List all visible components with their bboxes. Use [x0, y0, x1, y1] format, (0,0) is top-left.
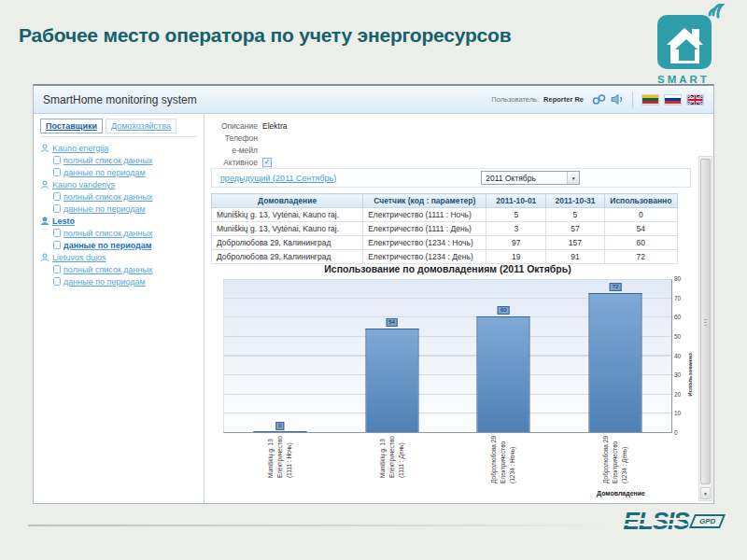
description-value: Elektra: [262, 121, 287, 131]
flag-uk[interactable]: [686, 94, 704, 105]
document-icon: [53, 241, 61, 249]
bar-group: 60 Добролюбова 29Електричество(1234 : Но…: [448, 280, 560, 432]
person-icon: [40, 253, 49, 262]
elsis-stripe: [621, 524, 688, 525]
footer-divider: [28, 525, 612, 526]
bar: [365, 329, 418, 432]
chart-title: Использование по домовладениям (2011 Окт…: [223, 263, 672, 274]
col-household: Домовладение: [212, 194, 363, 208]
sidebar-item-period-data[interactable]: данные по периодам: [53, 275, 197, 287]
document-icon: [53, 229, 61, 237]
period-select[interactable]: 2011 Октябрь ▼: [481, 171, 580, 185]
sidebar-item-period-data-selected[interactable]: данные по периодам: [53, 239, 197, 251]
app-header: SmartHome monitoring system Пользователь…: [34, 86, 713, 114]
bar-group: 72 Добролюбова 29Електричество(1234 : Де…: [559, 280, 671, 432]
slide: { "colors": { "brand_teal": "#15616d", "…: [0, 0, 747, 560]
scrollbar-grip: [704, 322, 707, 323]
x-axis-category-label: Добролюбова 29Електричество(1234 : День): [602, 436, 629, 483]
header-divider: [632, 92, 633, 107]
y-axis-title: Использованно: [687, 353, 693, 397]
x-axis-category-label: Добролюбова 29Електричество(1234 : Ночь): [490, 436, 517, 483]
active-checkbox[interactable]: ✓: [262, 158, 272, 167]
person-icon-selected: [40, 217, 49, 226]
x-axis-category-label: Muniškių g. 13Електричество(1111 : День): [378, 436, 405, 478]
table-row: Muniškių g. 13, Vytėnai, Kauno raj.Елект…: [212, 208, 678, 222]
table-row: Добролюбова 29, КалининградЕлектричество…: [212, 236, 678, 250]
table-header-row: Домовладение Счетчик (код : параметер) 2…: [212, 194, 678, 208]
user-name: Reporter Re: [543, 95, 584, 104]
sidebar-item-lesto[interactable]: Lesto: [40, 215, 197, 227]
x-axis-category-label: Muniškių g. 13Електричество(1111 : Ночь): [266, 436, 293, 478]
speaker-icon[interactable]: [611, 93, 624, 105]
document-icon: [53, 192, 61, 201]
app-title: SmartHome monitoring system: [43, 93, 197, 106]
sidebar-item-period-data[interactable]: данные по периодам: [53, 203, 197, 215]
description-label: Описание: [211, 121, 258, 131]
chart-plot-area: 0 Muniškių g. 13Електричество(1111 : Ноч…: [223, 279, 672, 433]
bar-group: 54 Muniškių g. 13Електричество(1111 : Де…: [336, 280, 448, 432]
smart-house-icon: [657, 4, 726, 69]
period-selector: предыдущий (2011 Сентябрь) 2011 Октябрь …: [211, 168, 691, 188]
document-icon: [53, 277, 61, 286]
sidebar-item-full-list[interactable]: полный список данных: [53, 263, 197, 275]
supplier-details: Описание Elektra Телефон е-мейл Активное…: [211, 120, 287, 169]
bar-value-label: 0: [275, 422, 284, 430]
elsis-stripe: [621, 518, 688, 520]
usage-chart: Использование по домовладениям (2011 Окт…: [205, 263, 697, 503]
page-title: Рабочее место оператора по учету энергор…: [19, 24, 511, 47]
sidebar: Поставщики Домохозяйства Kauno energija …: [34, 114, 204, 503]
supplier-tree: Kauno energija полный список данных данн…: [40, 142, 197, 287]
document-icon: [53, 168, 61, 176]
active-label: Активное: [211, 158, 258, 167]
phone-label: Телефон: [211, 133, 258, 143]
document-icon: [53, 204, 61, 213]
document-icon: [53, 156, 61, 164]
sidebar-item-full-list[interactable]: полный список данных: [53, 154, 197, 166]
sidebar-item-kauno-energija[interactable]: Kauno energija: [40, 142, 197, 154]
usage-table: Домовладение Счетчик (код : параметер) 2…: [211, 193, 678, 264]
key-icon[interactable]: [592, 93, 606, 105]
sidebar-tabs: Поставщики Домохозяйства: [40, 119, 197, 137]
bar-value-label: 72: [610, 283, 622, 291]
vertical-scrollbar[interactable]: ▼: [698, 156, 712, 501]
bar: [477, 316, 530, 432]
period-select-value: 2011 Октябрь: [486, 174, 536, 183]
app-window: SmartHome monitoring system Пользователь…: [33, 84, 714, 504]
elsis-suffix-badge: GPD: [689, 514, 726, 528]
y-axis-ticks: 01020304050607080: [674, 280, 688, 432]
col-used: Использованно: [604, 194, 677, 208]
bar: [589, 293, 642, 432]
bar: [253, 431, 306, 432]
person-icon: [40, 144, 49, 153]
sidebar-item-lietuvos-dujos[interactable]: Lietuvos dujos: [40, 251, 197, 263]
document-icon: [53, 265, 61, 273]
sidebar-item-full-list[interactable]: полный список данных: [53, 227, 197, 239]
flag-russia[interactable]: [664, 94, 682, 105]
elsis-logo: ELSIS GPD: [624, 509, 723, 533]
col-meter: Счетчик (код : параметер): [363, 194, 486, 208]
bar-value-label: 60: [498, 306, 510, 315]
person-icon: [40, 180, 49, 189]
table-row: Muniškių g. 13, Vytėnai, Kauno raj.Елект…: [212, 222, 678, 236]
sidebar-item-period-data[interactable]: данные по периодам: [53, 166, 197, 178]
table-row: Добролюбова 29, КалининградЕлектричество…: [212, 250, 678, 264]
sidebar-item-kauno-vandenys[interactable]: Kauno vandenys: [40, 178, 197, 190]
x-axis-title: Домовладение: [597, 490, 645, 497]
elsis-brand-text: ELSIS: [624, 509, 689, 533]
bar-value-label: 54: [386, 318, 398, 327]
previous-period-link[interactable]: предыдущий (2011 Сентябрь): [220, 174, 336, 183]
col-date-start: 2011-10-01: [486, 194, 546, 208]
tab-suppliers[interactable]: Поставщики: [40, 119, 103, 133]
tab-households[interactable]: Домохозяйства: [106, 119, 176, 133]
scrollbar-thumb[interactable]: [700, 159, 711, 484]
col-date-end: 2011-10-31: [546, 194, 604, 208]
email-label: е-мейл: [211, 146, 258, 155]
sidebar-item-full-list[interactable]: полный список данных: [53, 190, 197, 203]
flag-lithuania[interactable]: [641, 94, 659, 105]
chevron-down-icon[interactable]: ▼: [567, 172, 579, 184]
user-label: Пользователь:: [491, 95, 539, 104]
scrollbar-down-button[interactable]: ▼: [700, 487, 711, 499]
bar-group: 0 Muniškių g. 13Електричество(1111 : Ноч…: [224, 280, 336, 432]
main-content: Описание Elektra Телефон е-мейл Активное…: [205, 114, 713, 503]
